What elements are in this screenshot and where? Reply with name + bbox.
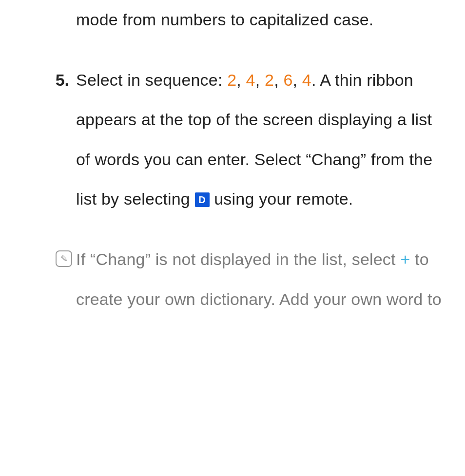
seq-3: 6 [283, 71, 292, 89]
plus-icon: + [400, 250, 410, 268]
item4-text: mode from numbers to capitalized case. [76, 10, 373, 29]
seq-4: 4 [302, 71, 311, 89]
seq-2: 2 [265, 71, 274, 89]
note-pencil-icon: ✎ [56, 250, 72, 267]
note-pre-plus: If “Chang” is not displayed in the list,… [76, 250, 400, 268]
seq-0: 2 [227, 71, 236, 89]
list-item-4-tail: mode from numbers to capitalized case. [76, 0, 446, 40]
note-body: If “Chang” is not displayed in the list,… [76, 240, 446, 319]
seq-sep-1: , [255, 71, 265, 89]
d-button-icon: D [195, 192, 210, 207]
note-block: ✎ If “Chang” is not displayed in the lis… [29, 240, 446, 319]
note-icon-cell: ✎ [29, 240, 76, 267]
item5-after-seq: . A thin ribbon appears at the top of th… [76, 71, 432, 209]
pencil-glyph: ✎ [60, 254, 68, 263]
seq-1: 4 [246, 71, 255, 89]
list-item-5-body: Select in sequence: 2, 4, 2, 6, 4. A thi… [76, 60, 446, 219]
list-item-5: 5. Select in sequence: 2, 4, 2, 6, 4. A … [29, 60, 446, 219]
item5-pre-seq: Select in sequence: [76, 71, 227, 89]
seq-sep-3: , [293, 71, 302, 89]
item5-after-badge: using your remote. [210, 190, 353, 208]
document-page: mode from numbers to capitalized case. 5… [0, 0, 465, 319]
list-number-5: 5. [29, 60, 76, 100]
seq-sep-2: , [274, 71, 283, 89]
seq-sep-0: , [236, 71, 246, 89]
